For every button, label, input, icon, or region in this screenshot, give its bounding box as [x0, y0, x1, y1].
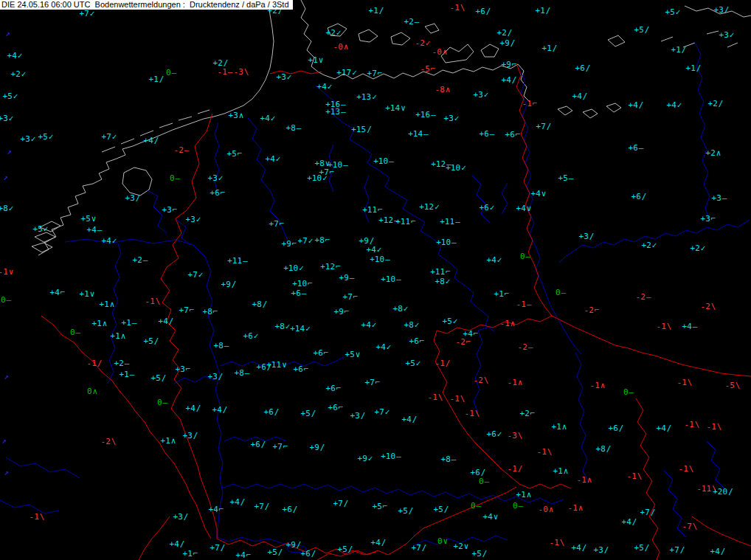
tendency-symbol-icon: ⌐: [512, 60, 517, 69]
tendency-symbol-icon: ✓: [677, 100, 682, 110]
station-plot: -0∧: [539, 505, 554, 514]
station-plot: +7⌐: [343, 293, 359, 301]
tendency-symbol-icon: ✓: [196, 215, 201, 224]
station-plot: +10–: [381, 452, 401, 460]
tendency-symbol-icon: ✓: [254, 331, 259, 341]
station-plot: 0–: [170, 174, 180, 182]
pressure-tendency-value: +7: [375, 407, 384, 417]
pressure-tendency-value: +1: [120, 370, 129, 379]
tendency-symbol-icon: ⌐: [292, 239, 297, 249]
station-plot: -1\: [627, 472, 643, 480]
station-plot: +7/: [536, 122, 552, 131]
tendency-symbol-icon: ↗: [4, 468, 9, 477]
station-plot: +4✓: [317, 83, 333, 91]
tendency-symbol-icon: /: [444, 505, 449, 514]
tendency-symbol-icon: ↗: [1, 436, 7, 446]
tendency-symbol-icon: /: [196, 404, 201, 413]
pressure-tendency-value: +12: [419, 202, 434, 212]
pressure-tendency-value: +7: [102, 132, 111, 142]
pressure-tendency-value: +2: [133, 255, 142, 265]
station-plot: +6/: [283, 505, 298, 514]
tendency-symbol-icon: –: [396, 452, 401, 461]
tendency-symbol-icon: –: [163, 398, 168, 407]
tendency-symbol-icon: –: [76, 328, 81, 337]
station-plot: +15/: [351, 125, 372, 134]
station-plot: +3✓: [444, 114, 460, 122]
pressure-tendency-value: +6: [243, 331, 253, 341]
station-plot: +5✓: [38, 133, 54, 141]
pressure-tendency-value: -2: [701, 302, 710, 311]
pressure-tendency-value: +4: [159, 317, 168, 326]
weather-map: +7✓+2/+2✓+1/+2–-1\+6/+1/+5✓+3/+4✓-0∧-2✓-…: [0, 0, 751, 560]
tendency-symbol-icon: /: [642, 192, 647, 201]
pressure-tendency-value: +6: [283, 505, 292, 514]
tendency-symbol-icon: /: [344, 499, 349, 508]
pressure-tendency-value: +4: [144, 136, 153, 145]
station-plot: +1/: [536, 7, 551, 15]
pressure-tendency-value: -1: [550, 538, 559, 547]
pressure-tendency-value: -1: [685, 420, 694, 429]
pressure-tendency-value: +1: [161, 436, 170, 446]
station-plot: +8⌐: [203, 308, 218, 316]
station-plot: +8–: [214, 342, 229, 350]
pressure-tendency-value: 0: [479, 477, 484, 486]
tendency-symbol-icon: ⌐: [324, 348, 329, 358]
tendency-symbol-icon: ✓: [372, 92, 377, 102]
tendency-symbol-icon: ∧: [527, 490, 532, 499]
pressure-tendency-value: -1: [677, 378, 687, 387]
tendency-symbol-icon: /: [645, 543, 650, 553]
pressure-tendency-value: +17: [336, 68, 351, 77]
station-plot: +10–: [370, 255, 390, 263]
tendency-symbol-icon: /: [589, 232, 595, 241]
tendency-symbol-icon: /: [409, 506, 414, 516]
station-plot: -5\: [725, 381, 741, 390]
tendency-symbol-icon: /: [278, 547, 283, 557]
tendency-symbol-icon: /: [361, 411, 366, 421]
station-plot: +4✓: [487, 256, 502, 264]
pressure-tendency-value: +5: [398, 506, 408, 516]
station-plot: +8✓: [404, 321, 420, 329]
tendency-symbol-icon: ✓: [322, 173, 328, 183]
station-plot: +8⌐: [315, 236, 330, 244]
station-plot: +4✓: [260, 114, 276, 122]
tendency-symbol-icon: /: [136, 193, 141, 203]
tendency-symbol-icon: ✓: [416, 359, 421, 368]
station-plot: -3\: [234, 68, 249, 76]
tendency-symbol-icon: ⌐: [336, 262, 341, 272]
station-plot: -2⌐: [584, 306, 600, 314]
station-plot: ↗: [3, 373, 9, 381]
tendency-symbol-icon: ∧: [511, 319, 516, 328]
pressure-tendency-value: +7: [367, 69, 377, 78]
station-plot: 0∨: [437, 537, 448, 545]
pressure-tendency-value: +10: [436, 238, 451, 247]
tendency-symbol-icon: ⌐: [219, 505, 224, 514]
station-plot: +5/: [268, 548, 283, 556]
tendency-symbol-icon: ✓: [18, 51, 23, 61]
tendency-symbol-icon: ⌐: [60, 288, 66, 297]
station-plot: -1\: [550, 539, 565, 547]
pressure-tendency-value: +3: [594, 545, 603, 555]
station-plot: +8✓: [0, 204, 13, 212]
pressure-tendency-value: +9: [334, 307, 344, 317]
station-plot: +4/: [657, 424, 672, 432]
station-plot: 0–: [623, 388, 634, 396]
tendency-symbol-icon: ⌐: [190, 305, 195, 315]
station-plot: +4/: [170, 540, 185, 548]
pressure-tendency-value: +3: [701, 214, 710, 224]
pressure-tendency-value: -1: [516, 300, 526, 309]
tendency-symbol-icon: \: [111, 437, 117, 446]
station-plot: +6–: [480, 130, 495, 138]
pressure-tendency-value: +3: [21, 134, 30, 144]
tendency-symbol-icon: /: [482, 549, 488, 559]
tendency-symbol-icon: –: [125, 359, 130, 368]
tendency-symbol-icon: ⌐: [304, 364, 309, 374]
tendency-symbol-icon: ∧: [601, 381, 606, 390]
tendency-symbol-icon: ⌐: [325, 235, 330, 245]
station-plot: +3✓: [0, 114, 13, 122]
pressure-tendency-value: +6: [505, 130, 515, 139]
station-plot: +8/: [252, 300, 268, 308]
station-plot: +16–: [415, 111, 436, 119]
station-plot: +14–: [408, 130, 429, 138]
station-plot: +5✓: [406, 359, 421, 367]
station-plot: +10–: [436, 238, 457, 246]
